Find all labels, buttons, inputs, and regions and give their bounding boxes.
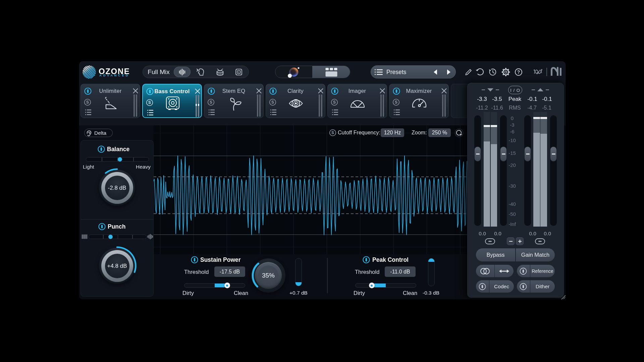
svg-text:S: S bbox=[271, 100, 274, 105]
svg-text:S: S bbox=[210, 100, 212, 105]
svg-text:S: S bbox=[395, 100, 397, 105]
svg-text:S: S bbox=[333, 100, 336, 105]
svg-text:S: S bbox=[331, 130, 334, 135]
svg-text:S: S bbox=[86, 100, 89, 105]
svg-text:S: S bbox=[148, 100, 151, 105]
svg-text:?: ? bbox=[517, 69, 520, 75]
